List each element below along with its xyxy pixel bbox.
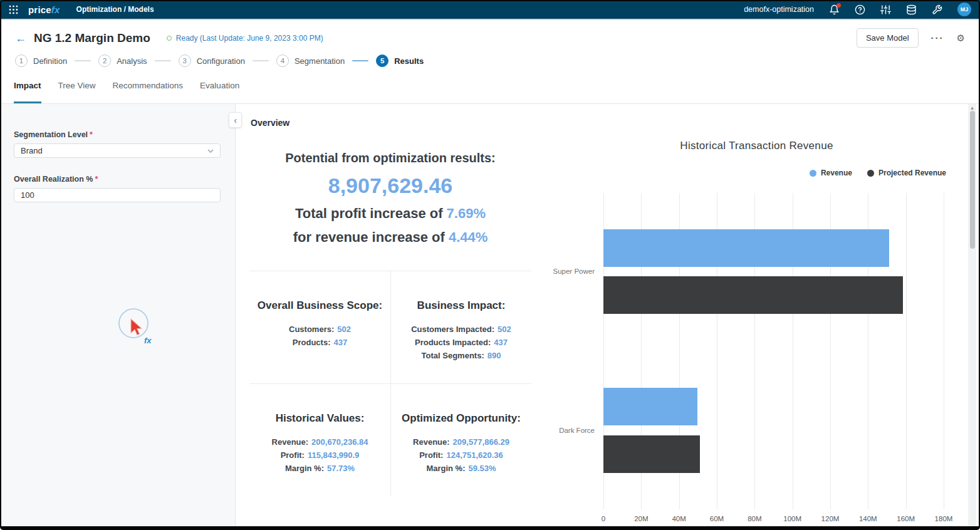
stat-row: Revenue:209,577,866.29 <box>395 435 528 449</box>
legend-item-projected-revenue[interactable]: Projected Revenue <box>867 169 946 177</box>
step-results[interactable]: 5Results <box>376 55 424 67</box>
cursor-highlight-circle <box>119 309 148 338</box>
overall-realization-label: Overall Realization %* <box>14 175 221 184</box>
step-segmentation[interactable]: 4Segmentation <box>276 55 345 67</box>
category-label-super-power: Super Power <box>553 268 595 275</box>
chart-plot: 020M40M60M80M100M120M140M160M180MSuper P… <box>603 193 944 509</box>
tab-evaluation[interactable]: Evaluation <box>200 68 239 103</box>
x-axis-tick: 140M <box>859 515 877 522</box>
cursor-highlight-overlay: fx <box>115 302 171 358</box>
logo-fx: fx <box>51 4 60 15</box>
segmentation-level-value: Brand <box>21 146 43 155</box>
model-status: Ready (Last Update: June 9, 2023 3:00 PM… <box>167 34 323 43</box>
cursor-fx-label: fx <box>144 336 152 345</box>
overview-summary: Potential from optimization results: 8,9… <box>249 142 531 496</box>
bar-projected-revenue[interactable] <box>603 435 700 473</box>
optimized-opportunity-cell: Optimized Opportunity:Revenue:209,577,86… <box>390 384 531 496</box>
stat-value: 59.53% <box>469 464 496 473</box>
stat-value: 200,670,236.84 <box>311 437 368 447</box>
stats-grid: Overall Business Scope:Customers:502Prod… <box>249 271 531 496</box>
logo-price: price <box>28 4 51 15</box>
stat-value: 890 <box>487 351 501 360</box>
help-icon[interactable] <box>855 4 865 15</box>
stat-value: 437 <box>494 338 508 347</box>
bell-icon[interactable] <box>829 4 840 15</box>
stepper: 1Definition2Analysis3Configuration4Segme… <box>15 55 965 67</box>
vertical-scrollbar[interactable]: ▲ <box>968 104 976 529</box>
apps-grid-icon[interactable] <box>9 5 18 14</box>
segmentation-level-select[interactable]: Brand <box>14 143 221 158</box>
mouse-cursor-icon <box>131 319 142 335</box>
stat-label: Customers Impacted: <box>411 325 494 334</box>
step-number-icon: 1 <box>15 55 28 67</box>
stat-row: Profit:124,751,620.36 <box>395 449 528 462</box>
stat-value: 115,843,990.9 <box>308 450 359 460</box>
required-marker: * <box>90 130 93 139</box>
step-definition[interactable]: 1Definition <box>15 55 67 67</box>
step-label: Analysis <box>117 56 147 66</box>
x-axis-tick: 80M <box>748 515 761 522</box>
stepper-connector <box>253 60 269 61</box>
tab-recommendations[interactable]: Recommendations <box>113 68 184 103</box>
stat-row: Products Impacted:437 <box>395 336 528 349</box>
more-options-button[interactable]: ··· <box>931 33 944 43</box>
tab-impact[interactable]: Impact <box>14 68 41 103</box>
stat-title: Overall Business Scope: <box>253 299 387 312</box>
stepper-connector <box>155 60 171 61</box>
page-header: ← NG 1.2 Margin Demo Ready (Last Update:… <box>0 20 980 68</box>
status-text: Ready (Last Update: June 9, 2023 3:00 PM… <box>176 34 323 43</box>
tab-tree-view[interactable]: Tree View <box>58 68 96 103</box>
tenant-name: demofx-optimization <box>744 5 814 14</box>
step-configuration[interactable]: 3Configuration <box>179 55 245 67</box>
bar-revenue[interactable] <box>603 388 697 425</box>
stat-label: Customers: <box>289 325 334 334</box>
x-axis-tick: 160M <box>897 515 915 522</box>
chart-gridline <box>944 193 944 509</box>
step-label: Configuration <box>197 56 245 66</box>
notification-badge <box>837 3 841 8</box>
save-model-button[interactable]: Save Model <box>857 28 919 48</box>
business-impact-cell: Business Impact:Customers Impacted:502Pr… <box>390 271 531 384</box>
bar-revenue[interactable] <box>603 229 889 267</box>
legend-dot <box>810 170 816 177</box>
x-axis-tick: 20M <box>634 515 648 522</box>
stat-label: Total Segments: <box>422 351 484 360</box>
step-number-icon: 2 <box>98 55 111 67</box>
x-axis-tick: 100M <box>783 515 801 522</box>
overall-realization-input[interactable]: 100 <box>14 188 221 202</box>
step-analysis[interactable]: 2Analysis <box>98 55 147 67</box>
sliders-icon[interactable] <box>880 4 891 15</box>
profit-pct: 7.69% <box>447 205 486 221</box>
step-number-icon: 3 <box>179 55 191 67</box>
x-axis-tick: 180M <box>935 515 953 522</box>
step-label: Definition <box>33 56 67 66</box>
scrollbar-up-arrow[interactable]: ▲ <box>968 105 976 110</box>
settings-gear-icon[interactable]: ⚙ <box>957 33 965 44</box>
pricefx-logo[interactable]: pricefx <box>28 4 60 15</box>
segmentation-level-label: Segmentation Level* <box>14 130 221 139</box>
stat-value: 502 <box>498 325 511 334</box>
stat-row: Margin %:59.53% <box>395 462 528 475</box>
stat-label: Products Impacted: <box>415 338 491 347</box>
collapse-panel-button[interactable]: ‹ <box>229 112 242 128</box>
required-marker: * <box>95 175 98 184</box>
stat-row: Customers Impacted:502 <box>395 323 528 336</box>
scrollbar-thumb[interactable] <box>970 111 975 249</box>
database-icon[interactable] <box>906 4 917 15</box>
x-axis-tick: 0 <box>602 515 605 522</box>
legend-item-revenue[interactable]: Revenue <box>810 169 852 177</box>
content-area: Segmentation Level* Brand Overall Realiz… <box>0 104 980 529</box>
stat-value: 209,577,866.29 <box>453 437 509 447</box>
stat-label: Revenue: <box>272 437 309 447</box>
step-number-icon: 4 <box>276 55 289 67</box>
x-axis-tick: 60M <box>710 515 724 522</box>
chart-legend: RevenueProjected Revenue <box>810 169 946 177</box>
back-arrow-icon[interactable]: ← <box>15 33 26 44</box>
user-avatar[interactable]: MJ <box>957 3 971 16</box>
tabs: ImpactTree ViewRecommendationsEvaluation <box>0 68 980 104</box>
bar-projected-revenue[interactable] <box>603 276 903 314</box>
wrench-icon[interactable] <box>932 4 942 15</box>
stat-label: Revenue: <box>413 437 450 447</box>
chevron-down-icon <box>207 149 214 153</box>
historical-values-cell: Historical Values:Revenue:200,670,236.84… <box>249 384 390 496</box>
